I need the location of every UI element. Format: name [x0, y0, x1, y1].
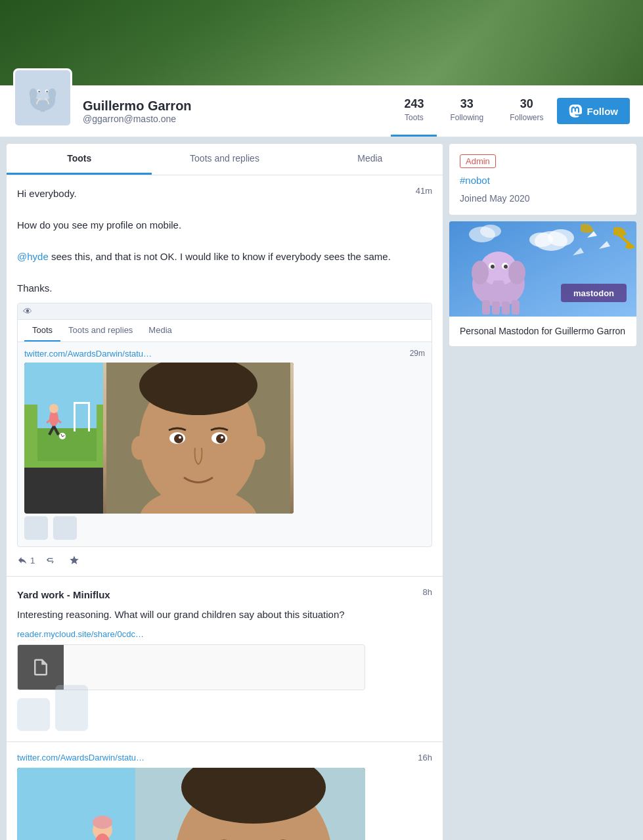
toot-2-text: Yard work - Miniflux Interesting reasoni… [17, 587, 432, 623]
nested-twitter-link[interactable]: twitter.com/AwardsDarwin/statu… [24, 349, 425, 359]
profile-info: Guillermo Garron @ggarron@masto.one [83, 92, 378, 131]
reply-action[interactable]: 1 [17, 555, 35, 565]
reply-icon [17, 555, 28, 565]
joined-date: Joined May 2020 [460, 193, 530, 204]
nested-media-preview[interactable] [24, 363, 294, 514]
svg-rect-10 [74, 402, 76, 431]
avatar-wrap [13, 68, 72, 127]
hashtag-nobot[interactable]: #nobot [460, 175, 626, 186]
followers-count: 30 [510, 97, 543, 111]
toot-1-actions: 1 [17, 555, 432, 565]
stats-area: 243 Toots 33 Following 30 Followers [391, 85, 556, 137]
nested-toot-inner: 29m twitter.com/AwardsDarwin/statu… [18, 342, 432, 546]
svg-point-30 [131, 436, 147, 460]
toot-3-image[interactable] [17, 768, 365, 840]
favourite-action[interactable] [69, 555, 79, 565]
svg-point-55 [491, 265, 495, 269]
svg-rect-57 [482, 300, 490, 315]
mention-hyde[interactable]: @hyde [17, 251, 49, 262]
svg-point-6 [38, 91, 39, 92]
tab-toots-replies[interactable]: Toots and replies [152, 144, 297, 175]
svg-point-29 [221, 436, 223, 439]
toot-1-text: Hi everybody. How do you see my profile … [17, 186, 432, 296]
right-sidebar: Admin #nobot Joined May 2020 [449, 144, 636, 840]
tab-toots[interactable]: Toots [7, 144, 152, 175]
toot-2-ghosts [17, 698, 432, 731]
boost-icon [45, 555, 56, 565]
toot-2: 8h Yard work - Miniflux Interesting reas… [7, 577, 443, 742]
nested-tabs: Toots Toots and replies Media [18, 320, 432, 342]
svg-point-52 [508, 261, 525, 284]
following-count: 33 [450, 97, 483, 111]
svg-rect-58 [492, 301, 500, 315]
toot-3: 16h twitter.com/AwardsDarwin/statu… [7, 742, 443, 840]
stat-following[interactable]: 33 Following [437, 85, 497, 137]
svg-point-26 [174, 434, 183, 443]
main-layout: Toots Toots and replies Media 41m Hi eve… [0, 137, 643, 840]
reply-count: 1 [30, 556, 35, 565]
svg-point-31 [250, 436, 265, 460]
document-icon [31, 657, 51, 677]
profile-handle: @ggarron@masto.one [83, 114, 378, 124]
svg-text:mastodon: mastodon [573, 288, 614, 298]
promo-title: Personal Mastodon for Guillermo Garron [460, 324, 626, 338]
left-column: Toots Toots and replies Media 41m Hi eve… [7, 144, 443, 840]
svg-point-27 [216, 434, 225, 443]
tabs-bar: Toots Toots and replies Media [7, 144, 443, 175]
tab-media[interactable]: Media [298, 144, 443, 175]
promo-card: mastodon Personal Mastodon for Guillermo… [449, 221, 636, 346]
svg-rect-11 [74, 402, 90, 404]
toot-2-title: Yard work - Miniflux [17, 587, 432, 603]
promo-image: mastodon [449, 221, 636, 317]
svg-point-14 [49, 404, 58, 413]
svg-point-28 [179, 436, 181, 439]
nested-tab-toots[interactable]: Toots [24, 320, 60, 342]
profile-name: Guillermo Garron [83, 99, 378, 114]
stat-toots[interactable]: 243 Toots [391, 85, 437, 137]
link-card[interactable] [17, 644, 365, 690]
svg-rect-9 [37, 428, 97, 461]
svg-point-3 [48, 89, 56, 100]
svg-point-65 [529, 232, 553, 247]
toots-label: Toots [405, 113, 424, 122]
followers-label: Followers [510, 113, 543, 122]
svg-point-7 [46, 91, 47, 92]
svg-point-67 [480, 225, 501, 238]
toot-2-link[interactable]: reader.mycloud.site/share/0cdc… [17, 629, 432, 639]
link-card-icon [18, 644, 64, 690]
svg-rect-59 [502, 301, 510, 315]
toot-3-timestamp: 16h [418, 753, 432, 763]
selfie-main [103, 363, 294, 514]
soccer-thumbnail [24, 363, 110, 468]
follow-label: Follow [587, 106, 619, 117]
boost-action[interactable] [45, 555, 58, 565]
toot-2-timestamp: 8h [423, 587, 432, 597]
toots-count: 243 [404, 97, 424, 111]
nested-timestamp: 29m [410, 349, 425, 358]
svg-rect-12 [88, 402, 90, 431]
toot-1: 41m Hi everybody. How do you see my prof… [7, 175, 443, 577]
profile-sidebar-card: Admin #nobot Joined May 2020 [449, 144, 636, 215]
svg-rect-60 [512, 300, 520, 315]
nested-toot-preview: 👁 Toots Toots and replies Media 29m twit… [17, 303, 432, 547]
admin-badge: Admin [460, 154, 496, 168]
following-label: Following [450, 113, 483, 122]
toot-3-link[interactable]: twitter.com/AwardsDarwin/statu… [17, 753, 432, 763]
toot-1-timestamp: 41m [416, 186, 432, 196]
svg-point-2 [30, 89, 37, 100]
privacy-eye-icon: 👁 [23, 306, 32, 317]
avatar [13, 68, 72, 127]
ghost-avatars [24, 516, 425, 540]
svg-point-51 [472, 261, 489, 284]
follow-button[interactable]: Follow [557, 98, 631, 124]
stat-followers[interactable]: 30 Followers [497, 85, 556, 137]
toot-2-body: Interesting reasoning. What will our gra… [17, 607, 432, 623]
svg-point-38 [93, 816, 112, 829]
favourite-icon [69, 555, 79, 565]
svg-point-56 [504, 265, 508, 269]
nested-tab-media[interactable]: Media [141, 320, 179, 342]
promo-text: Personal Mastodon for Guillermo Garron [449, 317, 636, 346]
profile-banner [0, 0, 643, 85]
nested-tab-replies[interactable]: Toots and replies [60, 320, 141, 342]
profile-section: Guillermo Garron @ggarron@masto.one 243 … [0, 85, 643, 137]
